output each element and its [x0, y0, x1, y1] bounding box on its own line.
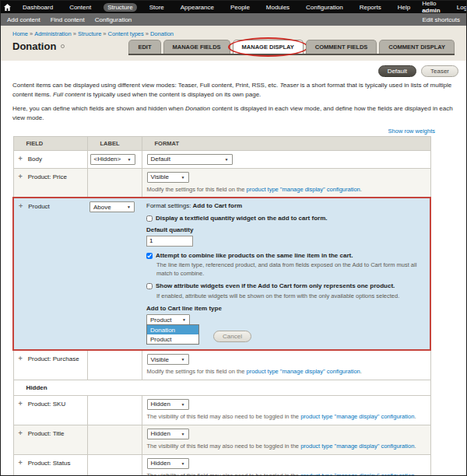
toolbar-menu: Dashboard Content Structure Store Appear… — [19, 3, 414, 12]
drag-handle-icon[interactable]: + — [19, 459, 23, 467]
title-visibility-description: The visibility of this field may also ne… — [147, 443, 426, 451]
shortcut-items: Add content Find content Configuration — [7, 16, 423, 23]
price-format-select[interactable]: Visible▼ — [147, 172, 189, 183]
dropdown-option-donation[interactable]: Donation — [147, 325, 198, 334]
default-quantity-input[interactable] — [146, 236, 193, 247]
tab-comment-fields[interactable]: COMMENT FIELDS — [306, 40, 377, 54]
toolbar-item-reports[interactable]: Reports — [356, 3, 385, 12]
field-name: Product: Status — [28, 460, 71, 467]
sku-visibility-description: The visibility of this field may also ne… — [147, 413, 426, 422]
greeting-text: Hello admin — [422, 0, 444, 14]
tab-comment-display[interactable]: COMMENT DISPLAY — [379, 40, 455, 54]
admin-toolbar: Dashboard Content Structure Store Appear… — [1, 1, 466, 13]
checkbox-label: Attempt to combine like products on the … — [156, 252, 353, 260]
purchase-format-description: Modify the settings for this field on th… — [147, 368, 426, 376]
title-format-select[interactable]: Hidden▼ — [147, 429, 189, 439]
breadcrumb-separator: » — [103, 30, 106, 37]
manage-display-config-link[interactable]: product type "manage display" configurat… — [300, 472, 414, 476]
dropdown-option-product[interactable]: Product — [147, 334, 198, 344]
body-format-select[interactable]: Default▼ — [147, 154, 233, 165]
breadcrumb-separator: » — [30, 30, 33, 37]
drag-handle-icon[interactable]: + — [19, 173, 23, 180]
breadcrumb-administration[interactable]: Administration — [34, 30, 72, 37]
manage-display-config-link[interactable]: product type "manage display" configurat… — [300, 413, 414, 420]
select-arrow-icon: ▼ — [181, 175, 185, 180]
quantity-widget-option: Display a textfield quantity widget on t… — [146, 215, 425, 222]
toolbar-item-content[interactable]: Content — [65, 3, 95, 12]
logout-link[interactable]: Log out — [453, 3, 467, 12]
home-icon[interactable] — [4, 4, 11, 11]
tab-manage-fields[interactable]: MANAGE FIELDS — [163, 40, 230, 54]
toolbar-item-help[interactable]: Help — [394, 3, 414, 12]
sku-format-select[interactable]: Hidden▼ — [147, 399, 189, 410]
product-label-select[interactable]: Above▼ — [90, 201, 135, 212]
select-arrow-icon: ▼ — [127, 205, 131, 209]
toolbar-item-dashboard[interactable]: Dashboard — [19, 3, 57, 12]
toolbar-item-structure[interactable]: Structure — [104, 3, 136, 12]
select-arrow-icon: ▼ — [225, 157, 229, 162]
tab-manage-display-label: MANAGE DISPLAY — [242, 44, 294, 51]
select-arrow-icon: ▼ — [128, 157, 132, 162]
tab-edit[interactable]: EDIT — [128, 40, 160, 54]
select-arrow-icon: ▼ — [181, 461, 185, 466]
column-header-format: FORMAT — [142, 136, 430, 150]
breadcrumb: Home»Administration»Structure»Content ty… — [12, 30, 455, 37]
cancel-button[interactable]: Cancel — [213, 331, 251, 342]
combine-products-checkbox[interactable] — [146, 253, 153, 259]
title-circle-icon[interactable] — [61, 44, 65, 48]
format-settings-heading: Format settings: Add to Cart form — [146, 202, 425, 209]
drag-handle-icon[interactable]: + — [19, 355, 23, 362]
body-label-select[interactable]: <Hidden>▼ — [90, 154, 135, 165]
field-name: Product: Purchase — [28, 355, 79, 362]
view-mode-default-button[interactable]: Default — [378, 65, 416, 77]
breadcrumb-home[interactable]: Home — [12, 30, 28, 37]
toolbar-right: Hello admin Log out ▼ — [422, 0, 467, 14]
drag-handle-icon[interactable]: + — [19, 429, 23, 437]
column-header-field: FIELD — [13, 136, 87, 150]
breadcrumb-separator: » — [73, 30, 76, 37]
status-format-select[interactable]: Hidden▼ — [147, 458, 189, 469]
shortcut-find-content[interactable]: Find content — [51, 16, 85, 23]
manage-display-config-link[interactable]: product type "manage display" configurat… — [246, 368, 360, 375]
field-name: Body — [28, 156, 42, 163]
manage-display-config-link[interactable]: product type "manage display" configurat… — [300, 443, 414, 450]
breadcrumb-structure[interactable]: Structure — [78, 30, 101, 37]
table-row-product-sku: +Product: SKU Hidden▼ The visibility of … — [13, 395, 430, 425]
toolbar-item-people[interactable]: People — [226, 3, 254, 12]
select-arrow-icon: ▼ — [181, 357, 185, 362]
drag-handle-icon[interactable]: + — [19, 400, 23, 408]
manage-display-config-link[interactable]: product type "manage display" configurat… — [246, 186, 360, 193]
shortcut-add-content[interactable]: Add content — [7, 16, 40, 23]
drag-handle-icon[interactable]: + — [19, 155, 23, 163]
quantity-widget-checkbox[interactable] — [146, 215, 153, 222]
page-title: Donation — [12, 40, 56, 52]
attribute-widgets-description: If enabled, attribute widgets will be sh… — [156, 292, 425, 301]
toolbar-item-modules[interactable]: Modules — [262, 3, 293, 12]
field-name: Product: SKU — [28, 401, 65, 408]
purchase-format-select[interactable]: Visible▼ — [147, 354, 189, 365]
combine-products-description: The line item type, referenced product, … — [156, 261, 425, 278]
line-item-type-select[interactable]: Product▼ — [146, 314, 190, 325]
price-format-description: Modify the settings for this field on th… — [147, 186, 426, 194]
line-item-type-label: Add to Cart line item type — [146, 305, 425, 312]
toolbar-item-appearance[interactable]: Appearance — [177, 3, 218, 12]
attribute-widgets-option: Show attribute widgets even if the Add t… — [146, 282, 425, 290]
table-header-row: FIELD LABEL FORMAT — [13, 136, 430, 150]
tab-manage-display[interactable]: MANAGE DISPLAY — [233, 40, 304, 54]
attribute-widgets-checkbox[interactable] — [146, 283, 153, 289]
shortcut-configuration[interactable]: Configuration — [95, 16, 132, 23]
checkbox-label: Display a textfield quantity widget on t… — [156, 215, 327, 222]
toolbar-item-configuration[interactable]: Configuration — [302, 3, 347, 12]
status-visibility-description: The visibility of this field may also ne… — [147, 472, 426, 476]
breadcrumb-donation[interactable]: Donation — [150, 30, 174, 37]
toolbar-item-store[interactable]: Store — [146, 3, 168, 12]
table-row-product-title: +Product: Title Hidden▼ The visibility o… — [13, 425, 430, 454]
table-row-product-purchase: +Product: Purchase Visible▼ Modify the s… — [13, 350, 430, 380]
drag-handle-icon[interactable]: + — [19, 202, 23, 210]
view-mode-teaser-button[interactable]: Teaser — [421, 65, 458, 77]
show-row-weights-link[interactable]: Show row weights — [388, 128, 435, 135]
fields-table: FIELD LABEL FORMAT +Body <Hidden>▼ Defau… — [12, 136, 431, 476]
breadcrumb-content-types[interactable]: Content types — [108, 30, 144, 37]
table-row-body: +Body <Hidden>▼ Default▼ — [13, 150, 430, 168]
edit-shortcuts-link[interactable]: Edit shortcuts — [423, 16, 460, 23]
